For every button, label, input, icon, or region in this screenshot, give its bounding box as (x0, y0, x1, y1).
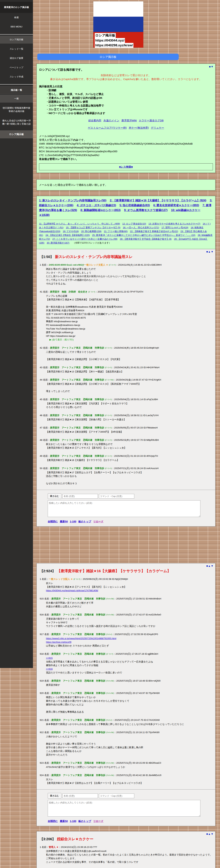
post-link[interactable]: https://043044.xyz/test/read.cgi/krsw/17… (46, 589, 98, 592)
post-datetime-id: ：2025/07/20(日) 17:27:42.07 ID:mzD29v5e0 (114, 613, 161, 616)
name-input[interactable] (62, 494, 98, 499)
index-thread-link[interactable]: 2: 【唐澤貴洋殺す】雑談★16【大腸癌】【ケサラサラ】【カラゲーム】(924) (110, 199, 206, 202)
sidebar-item[interactable]: 朝日新聞社 情報漏洩事件被害者の会掲示板 (0, 103, 33, 116)
index-thread-link[interactable]: 17: 質問スレinチン毛(419) (161, 226, 188, 229)
index-thread-link[interactable]: 20: 恒心復興案(159) (81, 230, 101, 232)
index-thread-link[interactable]: 9: オウム真理教モスクワ道場(127) (124, 209, 167, 212)
index-thread-link[interactable]: 11: 【山岡裕明】からさん、あッ...ダメ...いく、いっちゃう、中に出して.… (39, 222, 120, 225)
thread-footer-link[interactable]: 全部読む (48, 520, 58, 523)
thread-footer-link[interactable]: 1-100 (70, 520, 76, 523)
index-thread-link[interactable]: 16: 一日一人、恒心大喜利スレ(271) (123, 226, 159, 229)
post-form: 書き込む (48, 793, 212, 817)
thread-box-2: ■▲▼【2:924】【唐澤貴洋殺す】雑談★16【大腸癌】【ケサラサラ】【カラゲー… (36, 563, 216, 826)
post-line: 次スレ (46, 778, 212, 781)
post-link[interactable]: >>916 (46, 668, 53, 670)
nav-up-icon[interactable]: ▲ (208, 564, 211, 567)
index-thread-link[interactable]: 6: 匿名化技術研究省★カクケー(893) (153, 204, 199, 207)
sidebar-item[interactable]: ロシア掲示板 (0, 130, 33, 138)
post: 923 名前：唐澤貴洋 アートフェア東京 恐喝未遂 刑事告訴 (ﾜｯﾁｮｲW)：… (40, 761, 212, 769)
nav-down-icon[interactable]: ▼ (211, 250, 214, 253)
index-thread-link[interactable]: 30: 唐澤貴洋殺す(167) (47, 242, 69, 244)
command-cap-input[interactable] (99, 794, 134, 798)
notice-red-line-2: 書き込みはCaptcha強制です。専ブラからは書き込めません。Captchaを解… (39, 77, 213, 81)
notice-link[interactable]: 永遠のメイン (103, 119, 119, 122)
box-nav-icons[interactable]: ■▼ (209, 65, 214, 69)
index-thread-link[interactable]: 12: ロシア美女綜合(10) (122, 222, 146, 225)
post-author-cap: (ｶﾞｲｺｰｸ) (105, 439, 112, 441)
index-thread-link[interactable]: 4: ガチコロ・ガチパク路線(23) (77, 204, 116, 207)
sidebar-item[interactable]: スレッド一覧 (0, 44, 33, 54)
index-thread-link[interactable]: 1: 新スレのスレタイ・テンプレ内容等議論用スレ(50) (39, 199, 106, 202)
thread-footer-link[interactable]: リロード (93, 820, 103, 823)
index-thread-link[interactable]: 19: てすや(518) (63, 230, 79, 232)
post-line: こんな都合の良い展開あるもんか (46, 749, 212, 753)
notice-link[interactable]: 唐澤貴洋Wiki (121, 119, 137, 122)
box-nav-icons[interactable]: ■▲▼ (206, 564, 214, 567)
index-thread-link[interactable]: 8: 新路線開拓省inロシケー(853) (81, 209, 121, 212)
thread-footer-link[interactable]: 全部読む (48, 820, 58, 823)
post: 48 名前：唐澤貴洋 アートフェア東京 恐喝未遂 刑事告訴 (ｶﾞｲｺｰｸ)：2… (40, 438, 212, 450)
nav-square-icon[interactable]: ■ (209, 65, 211, 68)
index-thread-link[interactable]: 21: フリー個人情報(80) (104, 230, 128, 232)
box-nav-icons[interactable]: ■▲▼ (206, 832, 214, 835)
submit-post-button[interactable]: 書き込む (48, 793, 61, 799)
submit-post-button[interactable]: 書き込む (48, 493, 61, 499)
nav-square-icon[interactable]: ■ (206, 564, 208, 567)
index-thread-link[interactable]: 25: 唐澤貴洋「ポストに落書きしてきた少年が―鍵穴にボンド詰めた中学生が―」童… (92, 234, 195, 237)
sidebar-item[interactable]: 過去ログ倉庫 (0, 54, 33, 63)
nav-down-icon[interactable]: ▼ (211, 65, 214, 68)
post-link[interactable]: >>915 (46, 657, 53, 659)
index-thread-link[interactable]: 22: 【高橋嘉之殺す】高橋嘉之綜合inチン毛(22) (130, 230, 178, 232)
index-thread-link[interactable]: 28: 【唐澤貴洋殺す】甘芋綜合【高橋嘉之殺す】(8) (120, 238, 171, 240)
sidebar-item[interactable]: ページトップ (0, 63, 33, 72)
notice-link[interactable]: 総合案内所 (88, 119, 101, 122)
post-header: 917 名前：唐澤貴洋 アートフェア東京 恐喝未遂 刑事告訴 (ﾜｯﾁｮｲ)：2… (40, 632, 212, 636)
index-thread-link[interactable]: 15: 【国営セコム】警察アンチスレ【ポリホーモ】(5) (66, 226, 120, 229)
command-cap-input[interactable] (99, 494, 134, 499)
thread-footer-link[interactable]: 1-100 (70, 820, 76, 823)
nav-square-icon[interactable]: ■ (206, 250, 208, 253)
res-search-link[interactable]: ■レス検索■ (119, 165, 133, 168)
wallet-address: LTC: LL5nm54GdRg7KQqzTTTGhRzDEK3qSwi6NJ (39, 153, 213, 157)
notice-link[interactable]: デリュケー (151, 126, 164, 129)
box-nav-icons[interactable]: ■▲▼ (206, 250, 214, 253)
nav-up-icon[interactable]: ▲ (208, 250, 211, 253)
sidebar-item[interactable]: BBS MENU (0, 22, 33, 31)
post-line: 夜泣きだったりあいつの襲来ですぐ埋まりそうな雰囲気なので (46, 442, 212, 446)
post-body-textarea[interactable] (48, 500, 200, 517)
post-number: 923 名前： (40, 762, 51, 764)
thread-footer-link[interactable]: 板のトップ (78, 820, 91, 823)
thread-footer-link[interactable]: 最新50 (60, 520, 68, 523)
post-link[interactable]: https://www3.nhk.or.jp/news/html/2025072… (46, 637, 116, 640)
notice-link[interactable]: ゲストルームフロア(ウツケー枠) (88, 126, 127, 129)
thread-footer-link[interactable]: 板のトップ (78, 520, 91, 523)
post-datetime-id: ：2024/10/13(日) 15:39:16.23 ID:??? (59, 846, 97, 848)
nav-square-icon[interactable]: ■ (206, 832, 208, 835)
thread-footer-link[interactable]: 最新50 (60, 820, 68, 823)
notice-rule: ・防弾鯖 (46, 88, 213, 92)
notice-link[interactable]: 米ケー(無法地帯) (129, 126, 149, 129)
sidebar-item[interactable]: 一般 (0, 95, 33, 102)
sidebar-item[interactable]: スレッド作成 (0, 72, 33, 82)
notice-links-row-1: 総合案内所永遠のメイン唐澤貴洋Wikiカラケー過去ログDB (39, 119, 213, 122)
post-link[interactable]: https://archive.md/gcx09 (46, 641, 71, 643)
sidebar-item[interactable]: 検索 (0, 13, 33, 22)
post-line: https://archive.md/gcx09 (46, 640, 212, 644)
sidebar-item[interactable]: 暴れん坊会計士II掲示板〜洋機一髪! 暗闇に咲く官能小説 (0, 116, 33, 129)
index-thread-link[interactable]: 24: 【田記正規】Z李綜合【新宿租界】(220) (45, 234, 90, 237)
post-body-textarea[interactable] (48, 800, 200, 817)
nav-up-icon[interactable]: ▲ (208, 832, 211, 835)
post: 920 名前：唐澤貴洋 アートフェア東京 恐喝未遂 刑事告訴 (ﾜｯﾁｮｲW)：… (40, 691, 212, 714)
post-line: 【唐澤貴洋殺す】雑談★14【東京新聞】【与沢翼】【サポート担当カラサワ】 (46, 402, 212, 405)
index-thread-link[interactable]: 13: 次期カラケーの名称を考えるスレinカクケー(7) (149, 222, 200, 225)
nav-down-icon[interactable]: ▼ (211, 832, 214, 835)
thread-footer-link[interactable]: リロード (93, 520, 103, 523)
sidebar-item[interactable]: ロシア掲示板 (0, 36, 33, 43)
show-all-link[interactable]: ▶ (全て表示：残り7行) (50, 338, 212, 341)
notice-link[interactable]: カラケー過去ログDB (139, 119, 164, 122)
nav-down-icon[interactable]: ▼ (211, 564, 214, 567)
post-line: https://043044.xyz/test/read.cgi/krsw/17… (46, 589, 212, 592)
index-thread-link[interactable]: 27: ここを見ているサイバー課やバカ弁に一言書き込むスレ(99) (53, 238, 118, 240)
name-input[interactable] (62, 794, 98, 798)
index-thread-link[interactable]: 5: 恒心芸術路線綜合(83) (120, 204, 150, 207)
